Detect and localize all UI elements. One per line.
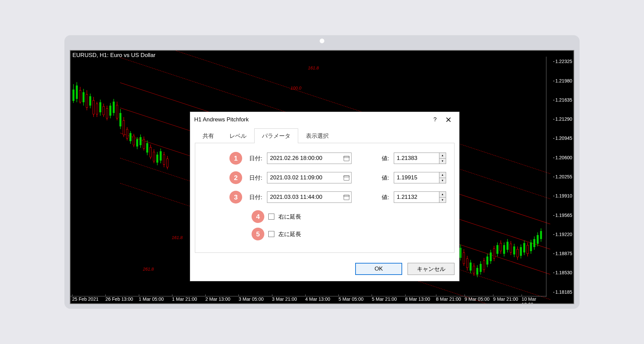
spin-down-icon[interactable]: ▼ — [439, 159, 446, 164]
badge-2: 2 — [229, 171, 242, 184]
extend-left-label: 左に延長 — [278, 230, 301, 238]
time-tick: 10 Mar 13:00 — [522, 296, 545, 304]
value-label: 値: — [382, 174, 389, 182]
time-tick: 26 Feb 13:00 — [105, 296, 133, 302]
calendar-icon[interactable] — [343, 174, 350, 181]
badge-5: 5 — [252, 228, 264, 240]
browser-camera-dot — [320, 39, 324, 43]
badge-4: 4 — [252, 210, 264, 223]
value-label: 値: — [382, 193, 389, 201]
svg-rect-3 — [344, 156, 349, 158]
tab-content: 1 日付: 2021.02.26 18:00:00 値: 1.21383 ▲▼ — [195, 143, 454, 253]
price-tick: 1.20255 — [553, 174, 572, 179]
extend-right-label: 右に延長 — [278, 213, 301, 221]
value-number[interactable]: 1.21383 — [394, 153, 439, 164]
extend-left-checkbox[interactable] — [268, 231, 274, 237]
svg-rect-2 — [344, 156, 349, 161]
price-tick: 1.21980 — [553, 78, 572, 83]
param-row-3: 3 日付: 2021.03.03 11:44:00 値: 1.21132 ▲▼ — [202, 191, 447, 204]
badge-1: 1 — [229, 152, 242, 165]
date-value: 2021.03.02 11:09:00 — [270, 174, 322, 181]
time-tick: 5 Mar 21:00 — [372, 296, 397, 302]
value-input-2[interactable]: 1.19915 ▲▼ — [394, 172, 446, 183]
help-button[interactable]: ? — [428, 113, 442, 126]
dialog-footer: OK キャンセル — [190, 258, 459, 281]
date-value: 2021.02.26 18:00:00 — [270, 155, 322, 162]
spin-up-icon[interactable]: ▲ — [439, 192, 446, 197]
date-value: 2021.03.03 11:44:00 — [270, 194, 322, 200]
svg-rect-5 — [344, 176, 349, 177]
pitchfork-properties-dialog[interactable]: H1 Andrews Pitchfork ? 共有 レベル パラメータ 表示選択 — [190, 112, 460, 281]
tab-parameters[interactable]: パラメータ — [254, 128, 298, 143]
time-tick: 1 Mar 21:00 — [172, 296, 197, 302]
svg-rect-4 — [344, 176, 349, 180]
calendar-icon[interactable] — [343, 194, 350, 200]
value-input-3[interactable]: 1.21132 ▲▼ — [394, 191, 446, 203]
tab-share[interactable]: 共有 — [195, 128, 222, 143]
svg-rect-7 — [344, 195, 349, 196]
extend-right-checkbox[interactable] — [268, 214, 274, 220]
dialog-title: H1 Andrews Pitchfork — [194, 116, 249, 123]
tab-display[interactable]: 表示選択 — [298, 128, 336, 143]
price-tick: 1.20600 — [553, 155, 572, 160]
price-tick: 1.22325 — [553, 59, 572, 64]
price-tick: 1.18875 — [553, 251, 572, 256]
ok-button[interactable]: OK — [355, 263, 402, 275]
value-number[interactable]: 1.21132 — [394, 192, 439, 203]
date-label: 日付: — [247, 155, 262, 162]
value-label: 値: — [382, 155, 389, 162]
price-tick: 1.18530 — [553, 270, 572, 275]
close-icon — [446, 117, 451, 122]
spin-down-icon[interactable]: ▼ — [439, 178, 446, 183]
price-tick: 1.19910 — [553, 193, 572, 198]
value-input-1[interactable]: 1.21383 ▲▼ — [394, 153, 446, 164]
date-input-3[interactable]: 2021.03.03 11:44:00 — [267, 191, 352, 203]
time-tick: 8 Mar 13:00 — [405, 296, 430, 302]
tab-level[interactable]: レベル — [222, 128, 254, 143]
close-button[interactable] — [442, 113, 455, 126]
price-axis: 1.22325 1.21980 1.21635 1.21290 1.20945 … — [546, 57, 574, 297]
time-tick: 25 Feb 2021 — [72, 296, 99, 302]
value-number[interactable]: 1.19915 — [394, 172, 439, 183]
svg-rect-6 — [344, 195, 349, 200]
badge-3: 3 — [229, 191, 242, 204]
spin-up-icon[interactable]: ▲ — [439, 172, 446, 178]
price-tick: 1.18185 — [553, 289, 572, 295]
time-tick: 4 Mar 13:00 — [305, 296, 330, 302]
price-tick: 1.19220 — [553, 232, 572, 237]
price-tick: 1.21635 — [553, 97, 572, 103]
date-input-1[interactable]: 2021.02.26 18:00:00 — [267, 153, 352, 164]
date-input-2[interactable]: 2021.03.02 11:09:00 — [267, 172, 352, 183]
time-tick: 9 Mar 21:00 — [493, 296, 518, 302]
spin-up-icon[interactable]: ▲ — [439, 153, 446, 159]
time-tick: 3 Mar 21:00 — [272, 296, 297, 302]
param-row-2: 2 日付: 2021.03.02 11:09:00 値: 1.19915 ▲▼ — [202, 171, 447, 184]
time-tick: 8 Mar 21:00 — [436, 296, 461, 302]
price-tick: 1.19565 — [553, 213, 572, 218]
extend-left-row: 5 左に延長 — [202, 228, 447, 240]
price-tick: 1.21290 — [553, 116, 572, 122]
calendar-icon[interactable] — [343, 155, 350, 162]
time-tick: 1 Mar 05:00 — [139, 296, 164, 302]
cancel-button[interactable]: キャンセル — [408, 263, 454, 275]
time-tick: 3 Mar 05:00 — [238, 296, 264, 302]
extend-right-row: 4 右に延長 — [202, 210, 447, 223]
time-tick: 5 Mar 05:00 — [338, 296, 364, 302]
tab-bar: 共有 レベル パラメータ 表示選択 — [195, 128, 454, 143]
spin-down-icon[interactable]: ▼ — [439, 197, 446, 203]
date-label: 日付: — [247, 174, 262, 182]
time-tick: 2 Mar 13:00 — [205, 296, 230, 302]
time-axis: 25 Feb 2021 26 Feb 13:00 1 Mar 05:00 1 M… — [70, 296, 546, 303]
dialog-titlebar[interactable]: H1 Andrews Pitchfork ? — [190, 112, 459, 127]
price-tick: 1.20945 — [553, 135, 572, 141]
chart-area[interactable]: EURUSD, H1: Euro vs US Dollar 161.8 100.… — [70, 50, 574, 304]
date-label: 日付: — [247, 193, 262, 201]
param-row-1: 1 日付: 2021.02.26 18:00:00 値: 1.21383 ▲▼ — [202, 152, 447, 165]
time-tick: 9 Mar 05:00 — [465, 296, 490, 302]
